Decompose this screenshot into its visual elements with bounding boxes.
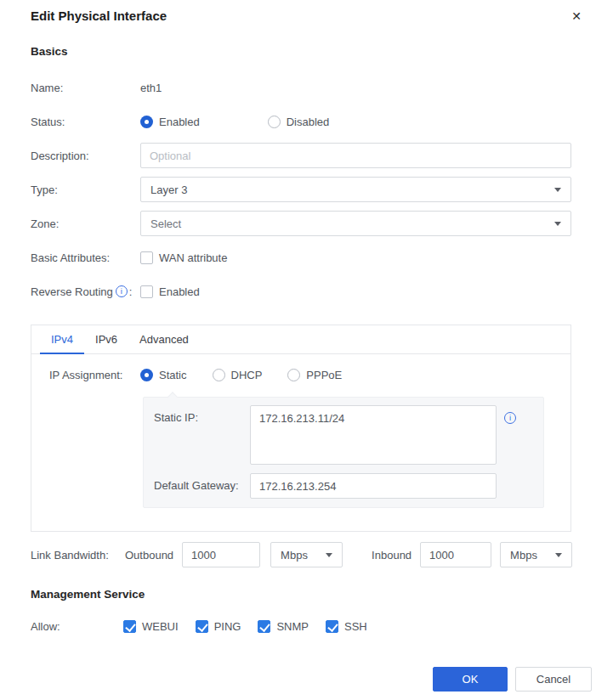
snmp-checkbox[interactable]: SNMP — [258, 620, 309, 633]
dhcp-radio-label: DHCP — [231, 369, 263, 381]
dialog-footer: OK Cancel — [433, 667, 592, 692]
description-label: Description: — [31, 150, 140, 162]
default-gateway-label: Default Gateway: — [154, 473, 250, 499]
link-bandwidth-row: Link Bandwidth: Outbound Mbps Inbound Mb… — [31, 542, 571, 567]
radio-unchecked-icon — [287, 369, 300, 381]
webui-label: WEBUI — [142, 620, 179, 633]
reverse-routing-row: Reverse Routing : Enabled — [31, 279, 571, 304]
type-select[interactable]: Layer 3 — [140, 177, 571, 202]
radio-checked-icon — [140, 369, 153, 381]
info-icon[interactable] — [504, 412, 516, 424]
ip-assignment-row: IP Assignment: Static DHCP PPPoE — [49, 369, 570, 381]
basics-heading: Basics — [31, 45, 571, 58]
status-disabled-radio[interactable]: Disabled — [268, 116, 330, 128]
static-ip-panel: Static IP: 172.16.213.11/24 Default Gate… — [143, 397, 544, 508]
ok-button[interactable]: OK — [433, 667, 508, 692]
outbound-bandwidth-input[interactable] — [182, 542, 260, 567]
type-label: Type: — [31, 183, 140, 196]
ip-assignment-pppoe-radio[interactable]: PPPoE — [287, 369, 342, 381]
wan-attribute-label: WAN attribute — [159, 251, 227, 264]
static-ip-textarea[interactable]: 172.16.213.11/24 — [250, 405, 497, 465]
outbound-label: Outbound — [125, 549, 173, 562]
ip-assignment-static-radio[interactable]: Static — [140, 369, 187, 381]
reverse-routing-label-suffix: : — [129, 285, 133, 298]
inbound-label: Inbound — [372, 549, 412, 562]
zone-select[interactable]: Select — [140, 211, 571, 236]
basic-attributes-label: Basic Attributes: — [31, 251, 140, 264]
radio-unchecked-icon — [213, 369, 225, 381]
description-row: Description: — [31, 143, 571, 168]
static-radio-label: Static — [159, 369, 187, 381]
description-input[interactable] — [140, 143, 571, 168]
type-select-value: Layer 3 — [150, 183, 187, 196]
radio-checked-icon — [140, 116, 153, 128]
default-gateway-input[interactable] — [250, 473, 497, 499]
name-label: Name: — [31, 82, 140, 94]
type-row: Type: Layer 3 — [31, 177, 571, 202]
status-disabled-label: Disabled — [287, 116, 330, 128]
cancel-button[interactable]: Cancel — [515, 667, 592, 692]
checkbox-checked-icon — [196, 620, 208, 633]
wan-attribute-checkbox[interactable]: WAN attribute — [140, 251, 227, 264]
outbound-unit-select[interactable]: Mbps — [270, 542, 343, 567]
zone-select-value: Select — [150, 217, 181, 230]
pppoe-radio-label: PPPoE — [306, 369, 342, 381]
ip-assignment-dhcp-radio[interactable]: DHCP — [213, 369, 263, 381]
close-icon[interactable]: ✕ — [571, 10, 582, 22]
tab-advanced[interactable]: Advanced — [128, 325, 200, 354]
management-service-heading: Management Service — [31, 588, 571, 601]
status-row: Status: Enabled Disabled — [31, 109, 571, 134]
ssh-checkbox[interactable]: SSH — [326, 620, 367, 633]
allow-row: Allow: WEBUI PING SNMP SSH — [31, 613, 571, 639]
edit-physical-interface-dialog: Edit Physical Interface ✕ Basics Name: e… — [0, 0, 596, 700]
dialog-header: Edit Physical Interface ✕ — [0, 0, 596, 23]
ping-label: PING — [214, 620, 241, 633]
status-enabled-label: Enabled — [159, 116, 200, 128]
name-row: Name: eth1 — [31, 75, 571, 100]
inbound-unit-value: Mbps — [510, 549, 537, 562]
checkbox-unchecked-icon — [140, 285, 153, 298]
ip-settings-panel: IPv4 IPv6 Advanced IP Assignment: Static… — [31, 325, 571, 532]
panel-notch — [167, 392, 177, 401]
basic-attributes-row: Basic Attributes: WAN attribute — [31, 245, 571, 270]
checkbox-checked-icon — [123, 620, 136, 633]
link-bandwidth-label: Link Bandwidth: — [31, 549, 125, 562]
name-value: eth1 — [140, 82, 162, 94]
tab-bar: IPv4 IPv6 Advanced — [31, 325, 570, 354]
snmp-label: SNMP — [276, 620, 309, 633]
chevron-down-icon — [326, 553, 332, 557]
static-ip-label: Static IP: — [154, 405, 250, 465]
ipv4-tab-content: IP Assignment: Static DHCP PPPoE — [31, 354, 570, 508]
tab-ipv6[interactable]: IPv6 — [84, 325, 128, 354]
static-ip-row: Static IP: 172.16.213.11/24 — [154, 405, 533, 465]
checkbox-checked-icon — [258, 620, 270, 633]
webui-checkbox[interactable]: WEBUI — [123, 620, 179, 633]
chevron-down-icon — [554, 188, 561, 192]
zone-row: Zone: Select — [31, 211, 571, 236]
reverse-routing-enabled-checkbox[interactable]: Enabled — [140, 285, 200, 298]
checkbox-unchecked-icon — [140, 251, 153, 264]
ssh-label: SSH — [344, 620, 367, 633]
checkbox-checked-icon — [326, 620, 338, 633]
tab-ipv4[interactable]: IPv4 — [40, 325, 84, 354]
info-icon[interactable] — [116, 285, 128, 297]
reverse-routing-enabled-label: Enabled — [159, 285, 200, 298]
reverse-routing-label: Reverse Routing — [31, 285, 113, 298]
allow-label: Allow: — [31, 620, 123, 633]
inbound-unit-select[interactable]: Mbps — [500, 542, 572, 567]
status-label: Status: — [31, 116, 140, 128]
ip-assignment-label: IP Assignment: — [49, 369, 140, 381]
chevron-down-icon — [555, 553, 562, 557]
inbound-bandwidth-input[interactable] — [420, 542, 491, 567]
outbound-unit-value: Mbps — [281, 549, 308, 562]
chevron-down-icon — [554, 222, 561, 226]
status-enabled-radio[interactable]: Enabled — [140, 116, 200, 128]
default-gateway-row: Default Gateway: — [154, 473, 533, 499]
radio-unchecked-icon — [268, 116, 281, 128]
page-title: Edit Physical Interface — [31, 8, 167, 23]
zone-label: Zone: — [31, 217, 140, 230]
ping-checkbox[interactable]: PING — [196, 620, 241, 633]
